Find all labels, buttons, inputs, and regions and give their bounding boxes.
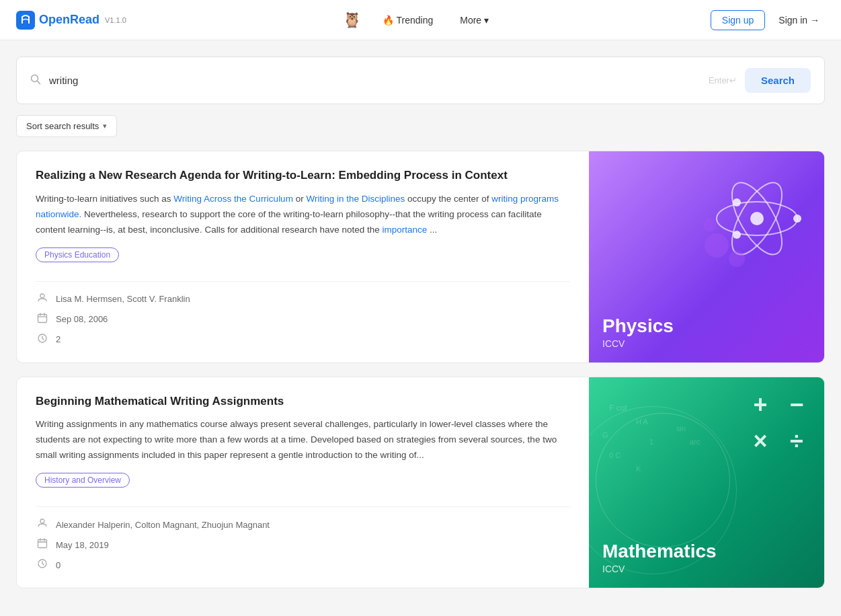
enter-hint: Enter↵: [709, 75, 737, 85]
search-input[interactable]: [49, 75, 700, 86]
calendar-icon: [36, 313, 49, 326]
logo-version: V1.1.0: [105, 16, 126, 24]
minus-symbol: −: [780, 388, 813, 422]
citations-icon: [36, 333, 49, 346]
svg-text:K: K: [636, 465, 641, 473]
owl-icon: 🦉: [343, 11, 361, 29]
authors-icon: [36, 293, 49, 306]
card-1-tag[interactable]: Physics Education: [36, 247, 119, 262]
card-2-subject: Mathematics: [602, 541, 717, 562]
card-2-divider: [36, 506, 570, 507]
more-chevron-icon: ▾: [484, 15, 489, 26]
fire-icon: 🔥: [383, 15, 394, 26]
header-center: 🦉 🔥 Trending More ▾: [343, 11, 495, 30]
result-card-1: Realizing a New Research Agenda for Writ…: [16, 151, 825, 363]
sort-chevron-icon: ▾: [103, 122, 107, 130]
trending-label: Trending: [397, 15, 434, 26]
sort-button[interactable]: Sort search results ▾: [16, 115, 117, 137]
times-symbol: ×: [744, 424, 777, 458]
card-1-divider: [36, 281, 570, 282]
card-1-authors: Lisa M. Hermsen, Scott V. Franklin: [56, 294, 190, 304]
card-1-meta: Lisa M. Hermsen, Scott V. Franklin Sep 0…: [36, 293, 570, 346]
card-2-conference: ICCV: [602, 564, 717, 574]
card-2-citations: 0: [56, 560, 61, 570]
card-1-date-row: Sep 08, 2006: [36, 313, 570, 326]
card-2-date: May 18, 2019: [56, 540, 109, 550]
sort-bar: Sort search results ▾: [16, 115, 825, 137]
divide-symbol: ÷: [780, 424, 813, 458]
svg-point-16: [729, 251, 745, 267]
card-2-meta: Alexander Halperin, Colton Magnant, Zhuo…: [36, 518, 570, 572]
signin-button[interactable]: Sign in →: [773, 11, 825, 30]
atom-illustration: [703, 165, 811, 272]
svg-text:G: G: [602, 431, 608, 439]
plus-symbol: +: [744, 388, 777, 422]
trending-nav[interactable]: 🔥 Trending: [377, 11, 439, 30]
more-nav[interactable]: More ▾: [454, 11, 494, 30]
logo[interactable]: OpenRead V1.1.0: [16, 11, 126, 30]
card-1-subject: Physics: [602, 315, 674, 337]
card-2-authors: Alexander Halperin, Colton Magnant, Zhuo…: [56, 520, 270, 530]
search-section: Enter↵ Search: [16, 56, 825, 104]
card-1-title: Realizing a New Research Agenda for Writ…: [36, 167, 570, 184]
svg-point-12: [793, 215, 801, 223]
card-1-conference: ICCV: [602, 338, 674, 349]
sort-label: Sort search results: [26, 121, 99, 131]
card-2-authors-row: Alexander Halperin, Colton Magnant, Zhuo…: [36, 518, 570, 531]
svg-text:H A: H A: [636, 418, 648, 426]
card-2-tag[interactable]: History and Overview: [36, 473, 130, 488]
svg-point-13: [733, 198, 741, 206]
math-formula-bg: F cot H A G 1 0 C sin arc K: [596, 384, 730, 505]
math-symbols: + − × ÷: [744, 388, 813, 458]
svg-line-1: [38, 81, 40, 83]
svg-point-18: [40, 519, 44, 523]
svg-text:0 C: 0 C: [609, 451, 620, 459]
card-2-citations-row: 0: [36, 558, 570, 572]
svg-point-14: [733, 231, 741, 239]
card-2-citations-icon: [36, 558, 49, 572]
card-2-authors-icon: [36, 518, 49, 531]
card-2-image: F cot H A G 1 0 C sin arc K + − × ÷ Math…: [589, 377, 824, 588]
header-left: OpenRead V1.1.0: [16, 11, 126, 30]
card-1-citations-row: 2: [36, 333, 570, 346]
header-right: Sign up Sign in →: [711, 10, 825, 30]
result-card-2: Beginning Mathematical Writing Assignmen…: [16, 377, 825, 589]
svg-point-2: [40, 294, 44, 298]
card-2-abstract: Writing assignments in any mathematics c…: [36, 417, 570, 463]
card-1-image: Physics ICCV: [589, 151, 824, 362]
logo-icon: [16, 11, 35, 30]
svg-text:1: 1: [649, 438, 653, 446]
logo-text: OpenRead: [39, 13, 99, 27]
card-1-citations: 2: [56, 334, 61, 344]
svg-rect-3: [38, 314, 47, 322]
card-1-abstract: Writing-to-learn initiatives such as Wri…: [36, 192, 570, 238]
svg-point-17: [703, 219, 717, 232]
main-header: OpenRead V1.1.0 🦉 🔥 Trending More ▾ Sign…: [0, 0, 841, 40]
signup-button[interactable]: Sign up: [711, 10, 765, 30]
svg-text:arc: arc: [690, 438, 700, 446]
svg-text:sin: sin: [676, 424, 686, 432]
search-icon: [30, 74, 41, 87]
svg-point-15: [705, 233, 729, 258]
card-1-authors-row: Lisa M. Hermsen, Scott V. Franklin: [36, 293, 570, 306]
more-label: More: [460, 15, 481, 26]
search-button[interactable]: Search: [745, 68, 811, 93]
card-2-calendar-icon: [36, 538, 49, 551]
card-1-content: Realizing a New Research Agenda for Writ…: [17, 151, 589, 362]
card-2-content: Beginning Mathematical Writing Assignmen…: [17, 377, 589, 588]
card-1-image-label: Physics ICCV: [602, 315, 674, 349]
svg-point-8: [750, 212, 764, 225]
main-content: Enter↵ Search Sort search results ▾ Real…: [0, 40, 841, 616]
card-1-date: Sep 08, 2006: [56, 314, 108, 324]
svg-text:F cot: F cot: [609, 403, 627, 413]
card-2-title: Beginning Mathematical Writing Assignmen…: [36, 393, 570, 410]
card-2-image-label: Mathematics ICCV: [602, 541, 717, 574]
card-2-date-row: May 18, 2019: [36, 538, 570, 551]
svg-rect-19: [38, 540, 47, 548]
